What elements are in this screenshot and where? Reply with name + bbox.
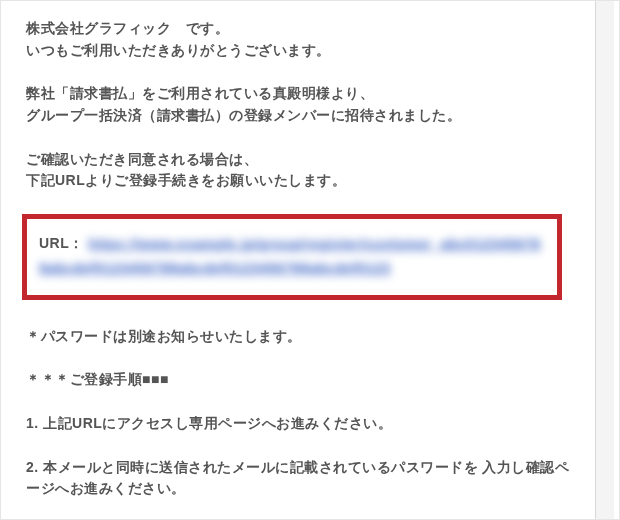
greeting-line-2: いつもご利用いただきありがとうございます。: [26, 40, 580, 62]
steps-heading: ＊＊＊ご登録手順■■■: [26, 369, 580, 391]
confirm-paragraph: ご確認いただき同意される場合は、 下記URLよりご登録手続きをお願いいたします。: [26, 149, 580, 192]
invite-line-2: グループ一括決済（請求書払）の登録メンバーに招待されました。: [26, 105, 580, 127]
scrollbar-track[interactable]: [595, 0, 614, 520]
url-highlight-box: URL： https://www.example.jp/group/regist…: [22, 214, 562, 300]
url-label: URL：: [39, 233, 84, 255]
invite-line-1: 弊社「請求書払」をご利用されている真殿明様より、: [26, 83, 580, 105]
step-2-text: 2. 本メールと同時に送信されたメールに記載されているパスワードを 入力し確認ペ…: [26, 457, 580, 500]
password-note: ＊パスワードは別途お知らせいたします。: [26, 326, 580, 348]
invite-paragraph: 弊社「請求書払」をご利用されている真殿明様より、 グループ一括決済（請求書払）の…: [26, 83, 580, 126]
step-1-text: 1. 上記URLにアクセスし専用ページへお進みください。: [26, 413, 580, 435]
step-2: 2. 本メールと同時に送信されたメールに記載されているパスワードを 入力し確認ペ…: [26, 457, 580, 500]
greeting-line-1: 株式会社グラフィック です。: [26, 18, 580, 40]
email-body: 株式会社グラフィック です。 いつもご利用いただきありがとうございます。 弊社「…: [26, 18, 580, 520]
greeting-paragraph: 株式会社グラフィック です。 いつもご利用いただきありがとうございます。: [26, 18, 580, 61]
confirm-line-1: ご確認いただき同意される場合は、: [26, 149, 580, 171]
registration-url-link[interactable]: https://www.example.jp/group/register/cu…: [39, 236, 540, 276]
confirm-line-2: 下記URLよりご登録手続きをお願いいたします。: [26, 170, 580, 192]
step-1: 1. 上記URLにアクセスし専用ページへお進みください。: [26, 413, 580, 435]
screenshot-frame: 株式会社グラフィック です。 いつもご利用いただきありがとうございます。 弊社「…: [0, 0, 620, 520]
